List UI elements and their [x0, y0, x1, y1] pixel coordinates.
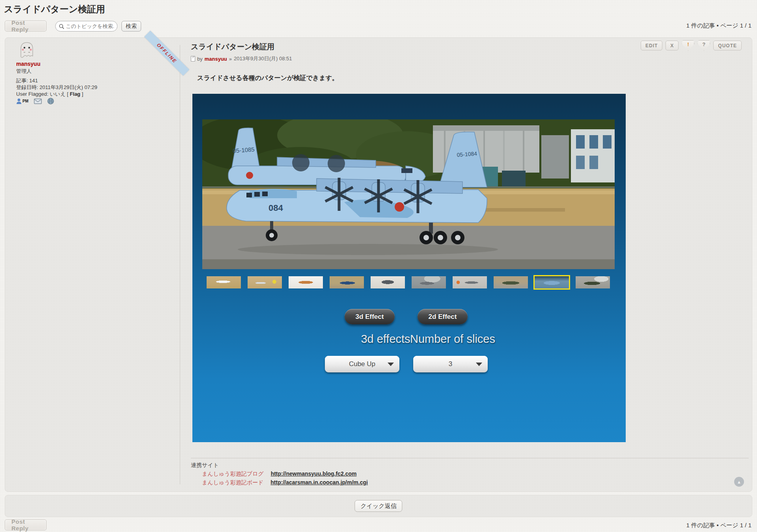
thumbnail[interactable]	[535, 276, 569, 288]
topic-search-box[interactable]	[55, 21, 117, 32]
email-icon[interactable]	[34, 99, 42, 104]
page-info: 1 件の記事 • ページ 1 / 1	[686, 22, 751, 30]
thumbnail[interactable]	[207, 276, 241, 288]
profile-stats: 記事: 141 登録日時: 2011年3月29日(火) 07:29 User F…	[16, 77, 97, 97]
byline-author-link[interactable]: mansyuu	[205, 56, 227, 62]
search-input[interactable]	[66, 23, 114, 29]
chevron-down-icon	[476, 363, 482, 366]
joined-line: 登録日時: 2011年3月29日(火) 07:29	[16, 84, 97, 91]
contact-row: PM	[16, 98, 54, 104]
thumbnail-strip	[207, 276, 612, 288]
quick-reply-button[interactable]: クイック返信	[354, 500, 402, 512]
thumbnail[interactable]	[371, 276, 405, 288]
post-panel: OFFLINE mansyuu 管理人 記事: 141 登録日時: 2011年3…	[5, 37, 752, 492]
effect-select-value: Cube Up	[349, 360, 375, 368]
slideshow-widget: 05-1085	[192, 94, 626, 442]
thumbnail[interactable]	[289, 276, 323, 288]
signature-row: まんしゅう彩遊記ブログ http://newmansyuu.blog.fc2.c…	[191, 470, 368, 478]
page-title: スライドパターン検証用	[4, 3, 105, 15]
signature-divider	[191, 458, 749, 458]
edit-button[interactable]: EDIT	[641, 41, 662, 50]
pm-label: PM	[22, 99, 28, 103]
signature-site-link[interactable]: http://acarsman.in.coocan.jp/m/m.cgi	[270, 478, 368, 486]
posts-line: 記事: 141	[16, 77, 97, 84]
quote-button[interactable]: QUOTE	[713, 41, 742, 50]
signature-row: まんしゅう彩遊記ボード http://acarsman.in.coocan.jp…	[191, 478, 368, 486]
pm-icon[interactable]: PM	[16, 98, 28, 104]
slices-select-value: 3	[449, 360, 452, 368]
profile-username-link[interactable]: mansyuu	[16, 61, 40, 67]
signature-site-name: まんしゅう彩遊記ブログ	[202, 470, 264, 478]
post-controls: EDIT X ! ? QUOTE	[641, 40, 742, 51]
chevron-down-icon	[388, 363, 394, 366]
thumbnail[interactable]	[248, 276, 282, 288]
effect-select[interactable]: Cube Up	[325, 356, 399, 372]
slices-select[interactable]: 3	[413, 356, 488, 372]
quick-reply-bar: クイック返信	[5, 495, 752, 517]
flag-line: User Flagged: いいえ [ Flag ]	[16, 91, 97, 97]
offline-ribbon: OFFLINE	[144, 31, 190, 76]
signature-site-link[interactable]: http://newmansyuu.blog.fc2.com	[271, 470, 357, 478]
signature: 連携サイト まんしゅう彩遊記ブログ http://newmansyuu.blog…	[191, 461, 368, 486]
signature-heading: 連携サイト	[191, 461, 368, 469]
information-button[interactable]: ?	[697, 40, 710, 51]
slices-label: Number of slices	[405, 333, 500, 346]
post-byline: by mansyuu » 2013年9月30日(月) 08:51	[191, 55, 292, 62]
profile-rank: 管理人	[16, 68, 32, 75]
ghost-avatar-icon	[18, 41, 35, 60]
delete-button[interactable]: X	[666, 41, 679, 50]
search-button[interactable]: 検索	[121, 21, 141, 32]
website-globe-icon[interactable]	[47, 98, 54, 104]
thumbnail[interactable]	[494, 276, 528, 288]
post-date: 2013年9月30日(月) 08:51	[234, 55, 292, 62]
post-reply-button-bottom[interactable]: Post Reply	[5, 519, 47, 530]
3d-effect-button[interactable]: 3d Effect	[345, 309, 395, 324]
avatar[interactable]	[18, 41, 35, 60]
signature-site-name: まんしゅう彩遊記ボード	[202, 478, 263, 486]
thumbnail[interactable]	[412, 276, 446, 288]
scroll-to-top-button[interactable]: ▲	[734, 477, 744, 487]
post-body-text: スライドさせる各種のパターンが検証できます。	[197, 74, 338, 82]
page-info-bottom: 1 件の記事 • ページ 1 / 1	[686, 522, 751, 529]
thumbnail[interactable]	[330, 276, 364, 288]
flag-link[interactable]: Flag	[70, 91, 80, 97]
post-page-icon	[191, 56, 195, 61]
svg-text:084: 084	[268, 203, 283, 213]
2d-effect-button[interactable]: 2d Effect	[418, 309, 468, 324]
report-button[interactable]: !	[682, 40, 694, 51]
column-divider	[180, 45, 180, 484]
thumbnail[interactable]	[453, 276, 487, 288]
post-reply-button[interactable]: Post Reply	[5, 20, 47, 32]
main-photo: 05-1085	[202, 119, 615, 269]
post-title: スライドパターン検証用	[191, 42, 274, 52]
search-icon	[59, 24, 64, 29]
thumbnail[interactable]	[576, 276, 610, 288]
